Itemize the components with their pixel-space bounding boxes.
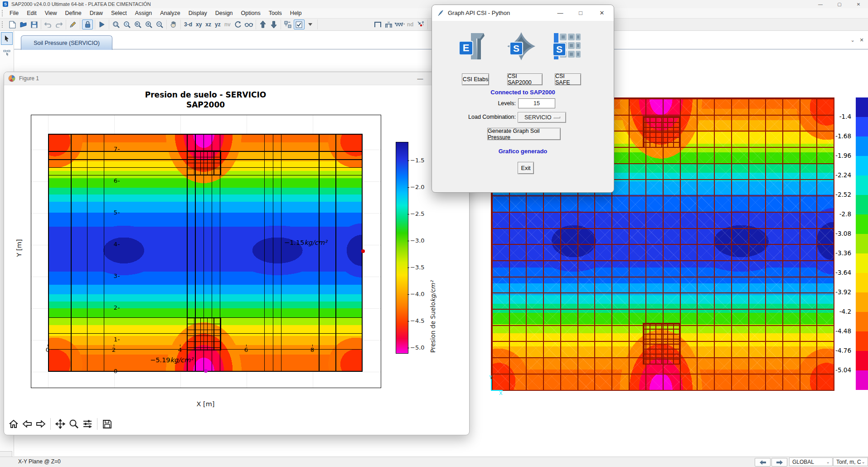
view-3d-button[interactable]: 3-d [182,21,194,28]
menu-assign[interactable]: Assign [131,8,156,18]
menu-design[interactable]: Design [211,8,237,18]
colorbar-segment [856,273,868,292]
reshape-tool-icon[interactable] [1,47,12,58]
close-view-icon[interactable]: ✕ [858,36,865,44]
annotation-max-pressure: −1.15kg/cm² [284,239,327,246]
pointer-tool-icon[interactable] [1,32,13,45]
pan-icon[interactable] [169,20,179,29]
dialog-maximize-button[interactable]: □ [572,5,590,21]
close-button[interactable]: ✕ [849,0,868,8]
lock-model-icon[interactable] [82,19,93,29]
mesh-line [204,134,204,371]
colorbar-segment [856,136,868,156]
colorbar-segment [856,175,868,195]
subplot-config-icon[interactable] [81,417,94,431]
colorbar-segment [856,351,868,370]
more-dropdown-icon[interactable] [305,20,315,29]
rotate-view-icon[interactable] [233,20,243,29]
draw-frame-icon[interactable] [373,20,383,29]
levels-input[interactable]: 15 [518,98,555,108]
save-figure-icon[interactable] [100,417,114,431]
menu-draw[interactable]: Draw [86,8,107,18]
y-tick-label: 5 [104,209,117,216]
zoom-full-icon[interactable] [122,20,132,29]
prev-named-view-button[interactable] [755,458,771,467]
menubar-grip-icon [1,10,4,17]
view-yz-button[interactable]: yz [213,21,223,28]
new-model-icon[interactable] [7,20,17,29]
menu-help[interactable]: Help [286,8,306,18]
view-xy-button[interactable]: xy [194,21,204,28]
draw-bridge-icon[interactable] [395,20,405,29]
max-pressure-marker [361,249,365,253]
csi-safe-button[interactable]: CSI SAFE [555,73,581,85]
generate-graph-button[interactable]: Generate Graph Soil Pressure [487,128,561,140]
dialog-close-button[interactable]: ✕ [593,5,611,21]
coordinate-system-dropdown[interactable]: GLOBAL⌄ [789,457,833,466]
menu-options[interactable]: Options [237,8,265,18]
zoom-in-icon[interactable] [144,20,154,29]
menu-display[interactable]: Display [184,8,211,18]
y-tick-mark [118,244,120,245]
mesh-line [195,134,195,371]
csi-etabs-button[interactable]: CSI Etabs [462,73,489,85]
undo-icon[interactable] [43,20,53,29]
mesh-line [319,134,319,371]
colorbar-tick-mark [407,348,409,348]
run-analysis-icon[interactable] [97,20,107,29]
colorbar-segment [856,195,868,214]
view-nv-button[interactable]: nv [223,21,233,28]
next-named-view-button[interactable] [771,458,787,467]
redo-icon[interactable] [54,20,64,29]
menu-view[interactable]: View [41,8,61,18]
axis-x-label: X [499,390,502,396]
y-tick-mark [118,149,120,150]
save-icon[interactable] [29,20,39,29]
menu-select[interactable]: Select [107,8,131,18]
plot-axes[interactable]: −1.15kg/cm² −5.19kg/cm² [31,115,381,388]
open-model-icon[interactable] [18,20,28,29]
back-icon[interactable] [20,417,34,431]
mesh-line [48,151,362,151]
units-dropdown[interactable]: Tonf, m, C⌄ [833,457,868,466]
sap2000-window: S SAP2000 v24.0.0 Ultimate 64-bit - PLAT… [0,0,868,467]
maximize-button[interactable]: ▢ [830,0,849,8]
figure-titlebar[interactable]: Figure 1 — [4,72,469,85]
home-icon[interactable] [7,417,20,431]
menu-tools[interactable]: Tools [265,8,286,18]
exit-button[interactable]: Exit [518,162,534,174]
tab-soil-pressure[interactable]: Soil Pressure (SERVICIO) [21,35,112,50]
menu-define[interactable]: Define [61,8,86,18]
minimize-button[interactable]: — [811,0,830,8]
y-tick-label: 1 [104,336,117,343]
object-shrink-icon[interactable] [283,20,293,29]
figure-minimize-button[interactable]: — [410,72,431,85]
draw-frame-h-icon[interactable]: H [384,20,394,29]
chevron-down-icon[interactable]: ⌄ [849,36,856,44]
view-xz-button[interactable]: xz [204,21,213,28]
menu-file[interactable]: File [5,8,23,18]
move-down-level-icon[interactable] [269,20,279,29]
perspective-icon[interactable] [244,20,254,29]
joint-pattern-icon[interactable] [416,20,426,29]
menu-edit[interactable]: Edit [23,8,41,18]
zoom-previous-icon[interactable] [133,20,143,29]
mesh-line [87,134,87,371]
nd-button[interactable]: nd [405,21,416,28]
svg-text:S: S [513,43,519,54]
dialog-titlebar[interactable]: Graph API CSI - Python — □ ✕ [432,5,614,21]
colorbar-tick-label: −1.5 [410,157,425,164]
csi-sap2000-button[interactable]: CSI SAP2000 [507,73,543,85]
colorbar-tick-label: −3.5 [410,264,425,271]
zoom-icon[interactable] [67,417,81,431]
dialog-minimize-button[interactable]: — [551,5,569,21]
pan-icon[interactable] [53,417,67,431]
zoom-out-icon[interactable] [155,20,165,29]
menu-analyze[interactable]: Analyze [156,8,184,18]
forward-icon[interactable] [34,417,48,431]
refresh-draw-icon[interactable] [68,20,78,29]
load-combination-dropdown[interactable]: SERVICIO [518,112,566,123]
zoom-rect-icon[interactable] [111,20,121,29]
show-options-icon[interactable] [294,19,305,29]
move-up-level-icon[interactable] [258,20,268,29]
